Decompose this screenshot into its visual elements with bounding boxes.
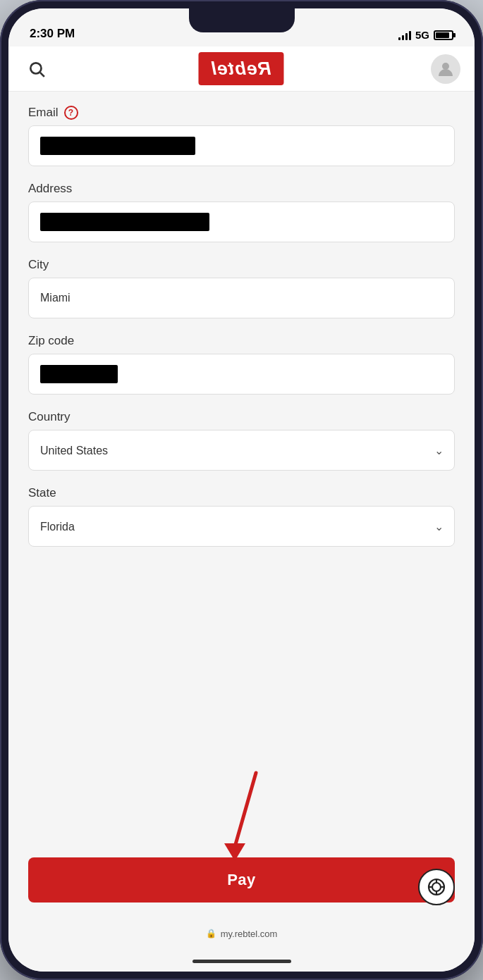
logo-box: Rebtel: [198, 52, 283, 85]
bottom-bar: 🔒 my.rebtel.com: [8, 917, 475, 950]
address-group: Address: [28, 182, 455, 242]
zipcode-input-redacted[interactable]: [28, 354, 455, 395]
notch: [189, 8, 295, 32]
url-label: my.rebtel.com: [221, 929, 278, 939]
zipcode-label: Zip code: [28, 334, 455, 348]
avatar-icon: [436, 59, 456, 79]
network-type-label: 5G: [415, 29, 429, 41]
email-help-icon[interactable]: ?: [64, 106, 78, 120]
search-icon: [27, 60, 46, 78]
email-redacted-block: [40, 137, 195, 155]
avatar-button[interactable]: [431, 54, 460, 84]
country-group: Country United States United Kingdom Can…: [28, 410, 455, 471]
city-label: City: [28, 258, 455, 272]
email-label: Email ?: [28, 106, 455, 120]
country-select-wrapper: United States United Kingdom Canada ⌄: [28, 430, 455, 471]
email-group: Email ?: [28, 106, 455, 166]
address-redacted-block: [40, 213, 209, 231]
svg-point-0: [30, 63, 41, 73]
battery-icon: [434, 30, 453, 40]
svg-point-6: [432, 883, 441, 891]
logo-text: Rebtel: [211, 58, 271, 79]
search-button[interactable]: [23, 55, 51, 83]
city-group: City: [28, 258, 455, 318]
svg-line-1: [40, 72, 44, 76]
navbar: Rebtel: [8, 46, 475, 92]
home-bar: [192, 960, 291, 963]
chat-button[interactable]: [418, 869, 455, 905]
pay-button[interactable]: Pay: [28, 857, 455, 903]
form-content: Email ? Address: [8, 92, 475, 857]
address-label: Address: [28, 182, 455, 196]
status-icons: 5G: [398, 29, 453, 41]
state-select[interactable]: Florida New York California Texas: [28, 506, 455, 547]
zipcode-group: Zip code: [28, 334, 455, 395]
svg-point-2: [442, 63, 449, 70]
state-select-wrapper: Florida New York California Texas ⌄: [28, 506, 455, 547]
home-indicator: [8, 950, 475, 972]
signal-bars-icon: [398, 30, 411, 40]
status-time: 2:30 PM: [30, 27, 75, 41]
country-label: Country: [28, 410, 455, 424]
state-group: State Florida New York California Texas …: [28, 486, 455, 547]
logo: Rebtel: [198, 52, 283, 85]
country-select[interactable]: United States United Kingdom Canada: [28, 430, 455, 471]
lock-icon: 🔒: [206, 929, 216, 938]
chat-icon: [427, 877, 446, 897]
pay-section: Pay: [8, 857, 475, 917]
email-input-redacted[interactable]: [28, 125, 455, 166]
zipcode-redacted-block: [40, 365, 118, 383]
city-input[interactable]: [28, 278, 455, 318]
phone-screen: 2:30 PM 5G: [8, 8, 475, 972]
state-label: State: [28, 486, 455, 500]
address-input-redacted[interactable]: [28, 201, 455, 242]
phone-frame: 2:30 PM 5G: [0, 0, 483, 980]
